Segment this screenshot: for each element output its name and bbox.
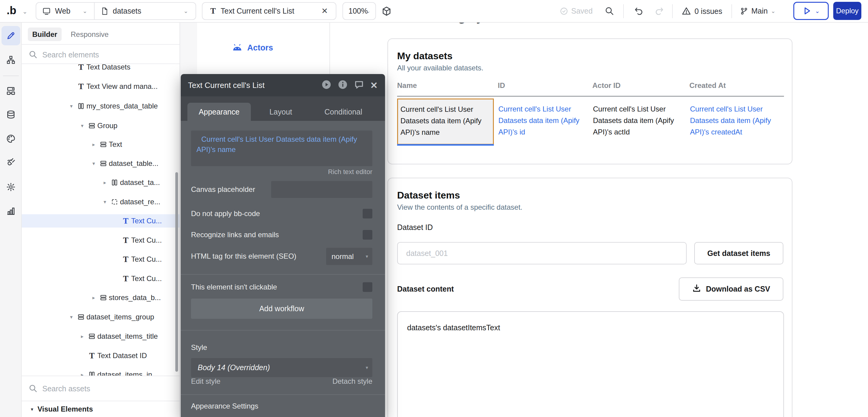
canvas-placeholder-input[interactable] bbox=[271, 181, 372, 198]
table-header-divider bbox=[397, 96, 784, 97]
chevron-right-icon[interactable]: ▸ bbox=[76, 372, 88, 376]
run-workflow-icon[interactable] bbox=[321, 79, 332, 91]
package-icon[interactable] bbox=[381, 6, 392, 18]
tree-item-dataset-items-group[interactable]: ▾ dataset_items_group bbox=[22, 310, 180, 324]
dataset-id-input[interactable] bbox=[397, 242, 687, 264]
column-header: Created At bbox=[689, 81, 784, 90]
tree-item-dataset-ta[interactable]: ▸ dataset_ta... bbox=[22, 176, 180, 189]
close-icon[interactable]: ✕ bbox=[370, 80, 378, 91]
html-tag-select[interactable]: normal ▾ bbox=[326, 248, 372, 265]
chevron-down-icon[interactable]: ▾ bbox=[66, 314, 77, 320]
tab-conditional[interactable]: Conditional bbox=[313, 103, 374, 121]
visual-elements-section[interactable]: ▾ Visual Elements bbox=[22, 401, 180, 417]
chevron-down-icon[interactable]: ▾ bbox=[76, 123, 88, 129]
tab-responsive[interactable]: Responsive bbox=[67, 28, 112, 41]
dataset-content-box[interactable]: datasets's datasetItemsText bbox=[397, 311, 784, 417]
rich-text-editor-link[interactable]: Rich text editor bbox=[191, 168, 372, 176]
comment-icon[interactable] bbox=[354, 79, 364, 91]
inspector-header[interactable]: Text Current cell's List ✕ bbox=[181, 74, 385, 96]
platform-select[interactable]: Web ⌄ bbox=[36, 3, 94, 19]
zoom-select[interactable]: 100% ⌄ bbox=[342, 2, 376, 20]
logs-icon[interactable] bbox=[0, 206, 22, 216]
tree-item-text-current-selected[interactable]: T Text Cu... bbox=[22, 214, 180, 228]
tree-item-dataset-table[interactable]: ▾ dataset_table... bbox=[22, 157, 180, 170]
tree-item-text-group[interactable]: ▸ Text bbox=[22, 138, 180, 151]
preview-button[interactable]: ⌄ bbox=[793, 2, 829, 20]
deploy-button[interactable]: Deploy bbox=[833, 2, 861, 20]
pencil-icon[interactable] bbox=[0, 31, 22, 40]
tree-item-text-dataset-id[interactable]: T Text Dataset ID bbox=[22, 349, 180, 362]
bubble-logo[interactable]: .b bbox=[7, 4, 16, 17]
rows-element-icon bbox=[99, 141, 107, 148]
plugin-icon[interactable] bbox=[0, 157, 22, 167]
download-icon bbox=[692, 284, 701, 295]
actor-id-cell: Current cell's List User Datasets data i… bbox=[592, 98, 689, 145]
tree-item-group[interactable]: ▾ Group bbox=[22, 119, 180, 132]
sidebar-item-actors[interactable]: Actors bbox=[232, 43, 273, 53]
page-icon bbox=[101, 7, 108, 15]
tree-scrollbar[interactable] bbox=[175, 172, 178, 372]
issues-indicator[interactable]: 0 issues bbox=[682, 7, 722, 16]
get-dataset-items-button[interactable]: Get dataset items bbox=[694, 242, 783, 264]
branch-select[interactable]: Main ⌄ bbox=[740, 7, 776, 15]
search-elements-input[interactable] bbox=[42, 49, 169, 60]
info-icon[interactable] bbox=[338, 79, 348, 91]
dataset-id-link[interactable]: Current cell's List User Datasets data i… bbox=[498, 98, 592, 145]
tree-item-dataset-items-in[interactable]: ▸ dataset_items_in... bbox=[22, 368, 180, 376]
not-clickable-checkbox[interactable] bbox=[363, 282, 372, 292]
tree-item-dataset-re[interactable]: ▾ dataset_re... bbox=[22, 195, 180, 208]
detach-style-link[interactable]: Detach style bbox=[191, 377, 372, 386]
chevron-right-icon[interactable]: ▸ bbox=[88, 295, 99, 301]
columns-element-icon bbox=[77, 102, 85, 110]
tab-builder[interactable]: Builder bbox=[28, 28, 62, 41]
palette-icon[interactable] bbox=[0, 134, 22, 143]
bbcode-checkbox[interactable] bbox=[363, 209, 372, 219]
created-at-link[interactable]: Current cell's List User Datasets data i… bbox=[689, 98, 784, 145]
rich-text-expression[interactable]: Current cell's List User Datasets data i… bbox=[191, 131, 372, 166]
chevron-right-icon[interactable]: ▸ bbox=[88, 141, 99, 148]
tree-item-text-current[interactable]: T Text Cu... bbox=[22, 253, 180, 266]
canvas-placeholder-label: Canvas placeholder bbox=[191, 185, 255, 194]
recognize-links-checkbox[interactable] bbox=[363, 230, 372, 239]
tree-item-stores-data-b[interactable]: ▸ stores_data_b... bbox=[22, 291, 180, 304]
inspector-body: Current cell's List User Datasets data i… bbox=[181, 121, 385, 417]
sitemap-icon[interactable] bbox=[0, 55, 22, 64]
chevron-down-icon: ⌄ bbox=[83, 7, 87, 14]
element-tab[interactable]: T Text Current cell's List ✕ bbox=[202, 2, 336, 20]
download-csv-button[interactable]: Download as CSV bbox=[679, 278, 783, 301]
style-label: Style bbox=[191, 343, 207, 352]
search-icon[interactable] bbox=[604, 6, 614, 17]
components-icon[interactable] bbox=[0, 86, 22, 96]
html-tag-label: HTML tag for this element (SEO) bbox=[191, 252, 297, 260]
selected-canvas-element-name-cell[interactable]: Current cell's List User Datasets data i… bbox=[397, 98, 494, 145]
tree-item-text-datasets[interactable]: T Text Datasets bbox=[22, 64, 180, 74]
chevron-down-icon[interactable]: ▾ bbox=[99, 199, 111, 205]
table-row: Current cell's List User Datasets data i… bbox=[397, 98, 784, 145]
redo-icon[interactable] bbox=[654, 6, 664, 17]
tab-layout[interactable]: Layout bbox=[251, 103, 311, 121]
tree-item-my-stores-data-table[interactable]: ▾ my_stores_data_table bbox=[22, 99, 180, 113]
settings-icon[interactable] bbox=[0, 182, 22, 192]
saved-label: Saved bbox=[571, 7, 593, 15]
close-icon[interactable]: ✕ bbox=[321, 6, 328, 16]
style-select[interactable]: Body 14 (Overridden) ▾ bbox=[191, 358, 372, 377]
tree-item-text-current[interactable]: T Text Cu... bbox=[22, 272, 180, 285]
search-assets-input[interactable] bbox=[42, 383, 169, 394]
tree-item-dataset-items-title[interactable]: ▸ dataset_items_title bbox=[22, 330, 180, 343]
database-icon[interactable] bbox=[0, 110, 22, 119]
tree-item-text-view[interactable]: T Text View and mana... bbox=[22, 80, 180, 93]
chevron-right-icon[interactable]: ▸ bbox=[76, 333, 88, 340]
undo-icon[interactable] bbox=[634, 6, 644, 17]
chevron-right-icon[interactable]: ▸ bbox=[99, 180, 111, 186]
rows-element-icon bbox=[99, 294, 107, 301]
logo-chevron-down-icon[interactable]: ⌄ bbox=[22, 8, 28, 15]
divider bbox=[672, 4, 673, 18]
add-workflow-button[interactable]: Add workflow bbox=[191, 298, 372, 319]
chevron-down-icon[interactable]: ▾ bbox=[66, 103, 77, 109]
page-select[interactable]: datasets ⌄ bbox=[94, 3, 195, 19]
rows-element-icon bbox=[88, 333, 96, 340]
chevron-down-icon[interactable]: ▾ bbox=[88, 160, 99, 167]
tab-appearance[interactable]: Appearance bbox=[187, 103, 251, 121]
search-icon bbox=[28, 384, 37, 394]
tree-item-text-current[interactable]: T Text Cu... bbox=[22, 233, 180, 247]
